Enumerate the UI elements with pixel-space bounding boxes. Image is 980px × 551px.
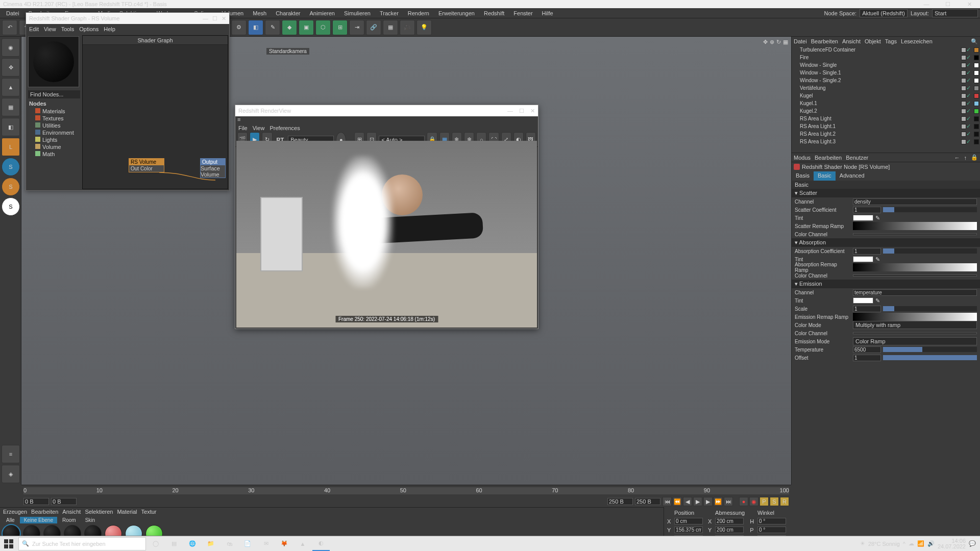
frame-cur-input[interactable]	[51, 498, 77, 505]
object-row[interactable]: RS Area Light✓	[792, 115, 980, 122]
autokey-icon[interactable]: ◉	[749, 497, 758, 506]
object-row[interactable]: Window - Single✓	[792, 61, 980, 69]
tag-icon[interactable]: ⇥	[349, 20, 364, 35]
clock-date[interactable]: 24.07.2022	[938, 544, 966, 549]
menu-item[interactable]: View	[44, 26, 56, 32]
cube-icon[interactable]: ◧	[2, 118, 20, 136]
tint-swatch[interactable]	[853, 215, 873, 221]
minimize-icon[interactable]: —	[507, 108, 513, 114]
light-icon[interactable]: 💡	[416, 20, 432, 35]
menu-item[interactable]: File	[238, 125, 248, 131]
menu-item[interactable]: Bearbeiten	[31, 509, 58, 515]
menu-item[interactable]: Benutzer	[846, 155, 868, 161]
cortana-icon[interactable]: ◯	[147, 537, 164, 551]
menu-item[interactable]: Selektieren	[85, 509, 113, 515]
eyedropper-icon[interactable]: ✎	[875, 256, 880, 263]
maximize-icon[interactable]: ☐	[212, 15, 217, 22]
em-channel-input[interactable]	[853, 289, 977, 296]
weather-text[interactable]: 28°C Sonnig	[868, 541, 900, 547]
em-color-channel-select[interactable]	[853, 332, 977, 334]
close-icon[interactable]: ✕	[222, 15, 226, 22]
menu-item[interactable]: Textur	[141, 509, 157, 515]
tree-item[interactable]: Environment	[27, 129, 81, 136]
generator-icon[interactable]: ◆	[282, 20, 297, 35]
model-icon[interactable]: ▲	[2, 78, 20, 96]
menu-item[interactable]: Charakter	[272, 9, 304, 17]
cloner-icon[interactable]: ⊞	[332, 20, 348, 35]
menu-item[interactable]: Help	[104, 26, 115, 32]
chevron-up-icon[interactable]: ^	[903, 541, 905, 547]
timeline[interactable]: 0102030405060708090100	[21, 485, 791, 496]
tab-basic[interactable]: Basic	[814, 171, 836, 181]
frame-out-input[interactable]	[635, 498, 660, 505]
menu-item[interactable]: Bearbeiten	[811, 38, 838, 44]
quantize-icon[interactable]: S	[2, 197, 20, 216]
scatter-ramp[interactable]	[853, 222, 977, 230]
move-icon[interactable]: ✥	[2, 58, 20, 77]
camera-icon[interactable]: 🎥	[400, 20, 415, 35]
em-scale-input[interactable]	[853, 306, 881, 312]
menu-item[interactable]: Datei	[794, 38, 807, 44]
rs-volume-node[interactable]: RS Volume Out Color	[129, 158, 164, 172]
goto-end-icon[interactable]: ⏭	[724, 497, 733, 506]
c4d-icon[interactable]: ◐	[312, 537, 330, 551]
wifi-icon[interactable]: 📶	[917, 540, 924, 547]
frame-start-input[interactable]	[23, 498, 49, 505]
abs-color-channel-select[interactable]	[853, 274, 977, 277]
object-row[interactable]: Kugel.2✓	[792, 107, 980, 115]
store-icon[interactable]: 🛍	[220, 537, 238, 551]
object-row[interactable]: RS Area Light.1✓	[792, 122, 980, 130]
undo-button[interactable]: ↶	[2, 20, 17, 35]
tree-item[interactable]: Textures	[27, 115, 81, 122]
channel-input[interactable]	[853, 198, 977, 205]
view-pan-icon[interactable]: ✥	[763, 39, 768, 45]
lock-icon[interactable]: 🔒	[971, 154, 978, 161]
mail-icon[interactable]: ✉	[257, 537, 275, 551]
office-icon[interactable]: 📄	[239, 537, 256, 551]
view-zoom-icon[interactable]: ⊕	[770, 39, 774, 45]
maximize-icon[interactable]: ☐	[519, 108, 524, 114]
tab-advanced[interactable]: Advanced	[836, 171, 869, 181]
menu-item[interactable]: Hilfe	[538, 9, 557, 17]
eyedropper-icon[interactable]: ✎	[875, 215, 880, 221]
close-icon[interactable]: ✕	[962, 1, 977, 8]
menu-item[interactable]: Modus	[794, 155, 811, 161]
layer-icon[interactable]: ≡	[2, 445, 20, 463]
view-rotate-icon[interactable]: ↻	[776, 39, 781, 45]
output-node[interactable]: Output Surface Volume	[200, 158, 226, 178]
field-icon[interactable]: ⬡	[315, 20, 331, 35]
cube-icon[interactable]: ◧	[248, 20, 263, 35]
minimize-icon[interactable]: —	[203, 15, 208, 22]
node-space-select[interactable]: Aktuell (Redshift)	[860, 9, 908, 17]
menu-item[interactable]: Tags	[885, 38, 897, 44]
render-icon[interactable]: ▦	[383, 20, 398, 35]
explorer-icon[interactable]: 📁	[202, 537, 219, 551]
menu-item[interactable]: Rendern	[404, 9, 433, 17]
search-icon[interactable]: 🔍	[971, 38, 978, 45]
record-icon[interactable]: ●	[739, 497, 748, 506]
tree-item[interactable]: Utilities	[27, 122, 81, 129]
renderview-window[interactable]: Redshift RenderView —☐✕ ≡ File View Pref…	[235, 105, 538, 329]
taskview-icon[interactable]: ▤	[165, 537, 183, 551]
section-absorption[interactable]: ▾ Absorption	[792, 238, 980, 247]
em-tint-swatch[interactable]	[853, 297, 873, 304]
shader-graph-window[interactable]: Redshift Shader Graph - RS Volume —☐✕ Ed…	[26, 12, 230, 191]
color-channel-select[interactable]	[853, 233, 977, 235]
menu-item[interactable]: Erweiterungen	[434, 9, 479, 17]
object-row[interactable]: Fire✓	[792, 54, 980, 61]
scatter-coef-input[interactable]	[853, 207, 881, 213]
menu-item[interactable]: Fenster	[509, 9, 536, 17]
notification-icon[interactable]: 💬	[969, 540, 976, 547]
menu-item[interactable]: View	[253, 125, 265, 131]
material-tab[interactable]: Keine Ebene	[20, 517, 57, 523]
offset-slider[interactable]	[883, 355, 977, 360]
tree-item[interactable]: Volume	[27, 143, 81, 151]
material-tab[interactable]: Alle	[2, 517, 19, 523]
object-row[interactable]: Vertäfelung✓	[792, 84, 980, 92]
deformer-icon[interactable]: ▣	[299, 20, 314, 35]
menu-item[interactable]: Objekt	[865, 38, 881, 44]
object-row[interactable]: Window - Single.1✓	[792, 69, 980, 77]
section-scatter[interactable]: ▾ Scatter	[792, 189, 980, 197]
close-icon[interactable]: ✕	[530, 108, 535, 114]
abs-coef-slider[interactable]	[883, 248, 977, 254]
